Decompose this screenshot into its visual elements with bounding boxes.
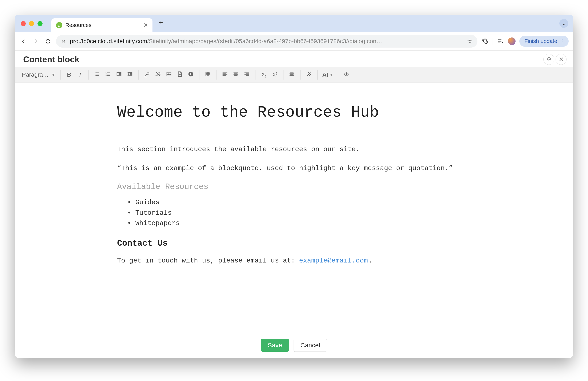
clear-formatting-icon (306, 71, 312, 79)
table-button[interactable] (202, 69, 213, 80)
table-icon (205, 71, 211, 79)
subscript-icon: X2 (262, 72, 267, 78)
numbered-list-icon (105, 71, 111, 79)
tab-favicon-icon (56, 22, 62, 28)
align-left-icon (222, 71, 228, 79)
toolbar-separator (138, 70, 139, 80)
site-settings-icon[interactable] (61, 38, 66, 44)
link-button[interactable] (142, 69, 152, 80)
reload-button[interactable] (44, 37, 52, 45)
browser-toolbar: pro.3b0ce.cloud.sitefinity.com/Sitefinit… (15, 32, 573, 51)
dialog-header: Content block ✕ (15, 51, 573, 67)
url-text: pro.3b0ce.cloud.sitefinity.com/Sitefinit… (70, 38, 464, 45)
list-item[interactable]: Tutorials (127, 208, 471, 218)
settings-button[interactable] (543, 54, 554, 65)
content-h2[interactable]: Contact Us (117, 239, 471, 248)
list-item[interactable]: Guides (127, 197, 471, 208)
maximize-window-button[interactable] (38, 21, 42, 26)
format-dropdown-label: Paragra… (22, 71, 49, 78)
gear-icon (546, 56, 552, 63)
forward-button[interactable] (32, 37, 40, 45)
separator (493, 38, 493, 45)
close-window-button[interactable] (21, 21, 26, 26)
video-button[interactable] (185, 69, 196, 80)
contact-text-pre: To get in touch with us, please email us… (117, 257, 299, 265)
browser-tab[interactable]: Resources ✕ (51, 18, 152, 32)
cancel-button[interactable]: Cancel (294, 339, 327, 352)
kebab-icon: ⋮ (559, 38, 565, 44)
align-right-icon (244, 71, 250, 79)
content-contact[interactable]: To get in touch with us, please email us… (117, 256, 471, 266)
dialog-title: Content block (23, 55, 79, 64)
reading-list-icon[interactable] (497, 38, 504, 45)
toolbar-separator (216, 70, 216, 80)
chevron-down-icon: ▼ (329, 73, 333, 77)
window-controls (21, 21, 42, 26)
format-dropdown[interactable]: Paragra… ▼ (20, 70, 58, 79)
align-center-button[interactable] (231, 69, 241, 80)
bullet-list-button[interactable] (92, 69, 103, 80)
url-host: pro.3b0ce.cloud.sitefinity.com (70, 38, 147, 44)
save-button-label: Save (268, 342, 282, 349)
url-path: /Sitefinity/adminapp/pages/(sfedit/05a6c… (147, 38, 382, 44)
bullet-list-icon (94, 71, 100, 79)
content-blockquote[interactable]: “This is an example of a blockquote, use… (117, 163, 471, 173)
align-right-button[interactable] (241, 69, 252, 80)
subscript-button[interactable]: X2 (258, 69, 269, 80)
bookmark-icon[interactable]: ☆ (467, 38, 473, 45)
unlink-button[interactable] (152, 69, 163, 80)
indent-button[interactable] (113, 69, 125, 80)
image-button[interactable] (163, 69, 174, 80)
tab-title: Resources (65, 22, 139, 28)
content-list[interactable]: Guides Tutorials Whitepapers (127, 197, 471, 229)
ai-label: AI (322, 71, 328, 78)
toolbar-separator (199, 70, 199, 80)
toolbar-separator (255, 70, 255, 80)
tabs-dropdown-button[interactable]: ⌄ (559, 19, 568, 28)
address-bar[interactable]: pro.3b0ce.cloud.sitefinity.com/Sitefinit… (56, 35, 477, 48)
back-button[interactable] (19, 37, 28, 45)
clear-formatting-button[interactable] (303, 69, 315, 80)
save-button[interactable]: Save (261, 339, 289, 352)
bold-button[interactable]: B (63, 69, 75, 80)
video-icon (188, 71, 194, 79)
dialog-footer: Save Cancel (15, 332, 573, 358)
ai-button[interactable]: AI ▼ (320, 69, 335, 80)
list-item[interactable]: Whitepapers (127, 218, 471, 229)
align-justify-icon (289, 71, 295, 79)
content-h3[interactable]: Available Resources (117, 182, 471, 191)
app-content: Content block ✕ Paragra… ▼ (15, 51, 573, 358)
file-icon (177, 71, 183, 79)
link-icon (144, 71, 150, 79)
close-dialog-button[interactable]: ✕ (556, 54, 567, 65)
dialog-header-actions: ✕ (543, 54, 567, 65)
bold-icon: B (67, 71, 71, 78)
editor-surface[interactable]: Welcome to the Resources Hub This sectio… (15, 82, 573, 332)
contact-email-link[interactable]: example@email.com (299, 257, 368, 265)
numbered-list-button[interactable] (103, 69, 113, 80)
new-tab-button[interactable]: + (157, 18, 165, 26)
outdent-icon (127, 71, 133, 79)
profile-avatar[interactable] (508, 38, 516, 45)
toolbar-separator (61, 70, 61, 80)
unlink-icon (155, 71, 161, 79)
italic-button[interactable]: I (75, 69, 85, 80)
superscript-button[interactable]: X2 (269, 69, 280, 80)
cancel-button-label: Cancel (300, 342, 320, 349)
align-center-icon (233, 71, 239, 79)
document-content[interactable]: Welcome to the Resources Hub This sectio… (117, 103, 471, 266)
tab-close-button[interactable]: ✕ (142, 22, 149, 29)
svg-point-0 (168, 73, 169, 74)
source-code-button[interactable] (341, 69, 352, 80)
extensions-icon[interactable] (481, 38, 489, 45)
outdent-button[interactable] (125, 69, 135, 80)
minimize-window-button[interactable] (29, 21, 34, 26)
image-icon (166, 71, 172, 79)
file-button[interactable] (174, 69, 185, 80)
content-h1[interactable]: Welcome to the Resources Hub (117, 103, 471, 121)
content-intro[interactable]: This section introduces the available re… (117, 144, 471, 155)
chevron-down-icon: ▼ (51, 72, 56, 77)
align-justify-button[interactable] (286, 69, 297, 80)
finish-update-button[interactable]: Finish update ⋮ (519, 36, 569, 47)
align-left-button[interactable] (219, 69, 231, 80)
